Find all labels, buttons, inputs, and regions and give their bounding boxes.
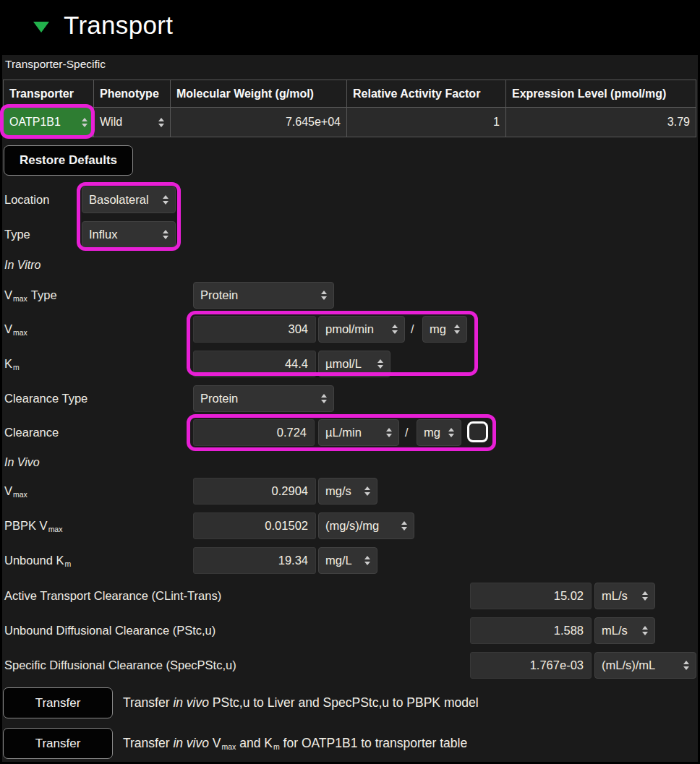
type-select[interactable]: Influx [82, 221, 176, 248]
clearance-checkbox[interactable] [467, 421, 488, 442]
clearance-type-value: Protein [200, 392, 238, 405]
clearance-type-select[interactable]: Protein [193, 385, 334, 412]
vmax-type-label: VmaxType [4, 282, 57, 309]
pstcu-row: Unbound Diffusional Clearance (PStc,u) 1… [0, 617, 700, 644]
phenotype-select[interactable]: Wild [94, 108, 171, 137]
spinner-icon[interactable] [642, 626, 648, 635]
vmax-invivo-unit-select[interactable]: mg/s [318, 478, 377, 505]
col-molecular-weight: Molecular Weight (g/mol) [171, 80, 347, 108]
specpstcu-unit-select[interactable]: (mL/s)/mL [594, 652, 696, 679]
spinner-icon[interactable] [163, 195, 168, 205]
vmax-type-value: Protein [200, 288, 238, 302]
spinner-icon[interactable] [642, 591, 648, 601]
km-input[interactable]: 44.4 [193, 351, 316, 377]
location-row: Location Basolateral [0, 186, 700, 213]
spinner-icon[interactable] [454, 325, 460, 334]
clearance-label: Clearance [4, 419, 59, 446]
transfer-vmax-km-button[interactable]: Transfer [3, 728, 113, 759]
clearance-type-row: Clearance Type Protein [0, 385, 700, 412]
unbound-km-row: Unbound Km 19.34 mg/L [0, 547, 700, 574]
spinner-icon[interactable] [321, 394, 327, 403]
transfer-vmax-km-caption: Transfer in vivo Vmax and Km for OATP1B1… [123, 728, 467, 759]
vmax-unit-numerator-select[interactable]: pmol/min [318, 316, 405, 343]
spinner-icon[interactable] [163, 230, 168, 239]
clint-trans-label: Active Transport Clearance (CLint-Trans) [4, 583, 221, 609]
unbound-km-label: Unbound Km [4, 547, 71, 574]
spinner-icon[interactable] [386, 428, 392, 437]
vmax-invivo-label: Vmax [4, 478, 27, 505]
transport-panel: Transport Transporter-Specific Transport… [0, 0, 700, 764]
restore-defaults-button[interactable]: Restore Defaults [4, 145, 133, 176]
spinner-icon[interactable] [392, 325, 398, 334]
expression-level-cell[interactable]: 3.79 [506, 108, 696, 137]
clearance-unit-denominator-select[interactable]: mg [417, 419, 461, 446]
spinner-icon[interactable] [448, 428, 454, 437]
spinner-icon[interactable] [82, 118, 88, 127]
spinner-icon[interactable] [683, 661, 689, 670]
spinner-icon[interactable] [364, 486, 370, 496]
location-label: Location [4, 186, 49, 213]
unit-divider: / [405, 419, 408, 446]
clint-trans-unit-select[interactable]: mL/s [594, 583, 655, 609]
spinner-icon[interactable] [401, 521, 407, 531]
type-label: Type [4, 221, 30, 248]
spinner-icon[interactable] [377, 359, 383, 369]
spinner-icon[interactable] [158, 118, 164, 127]
pbpk-vmax-unit-select[interactable]: (mg/s)/mg [318, 512, 414, 539]
vmax-input[interactable]: 304 [193, 316, 316, 343]
col-transporter: Transporter [4, 80, 94, 108]
transfer-pstcu-row: Transfer Transfer in vivo PStc,u to Live… [0, 687, 700, 718]
vmax-unit-denominator-select[interactable]: mg [422, 316, 467, 343]
transfer-pstcu-caption: Transfer in vivo PStc,u to Liver and Spe… [123, 687, 479, 718]
pstcu-unit-select[interactable]: mL/s [594, 617, 655, 644]
transporter-specific-label: Transporter-Specific [5, 58, 106, 71]
transfer-pstcu-button[interactable]: Transfer [3, 687, 113, 718]
vmax-invivo-row: Vmax 0.2904 mg/s [0, 478, 700, 505]
pbpk-vmax-row: PBPK Vmax 0.01502 (mg/s)/mg [0, 512, 700, 539]
transporter-table: Transporter Phenotype Molecular Weight (… [3, 80, 696, 137]
section-header: Transport [0, 0, 700, 55]
phenotype-value: Wild [100, 116, 122, 129]
pbpk-vmax-input[interactable]: 0.01502 [193, 512, 316, 539]
clearance-input[interactable]: 0.724 [193, 419, 315, 446]
km-invitro-row: Km 44.4 µmol/L [0, 351, 700, 377]
specpstcu-label: Specific Diffusional Clearance (SpecPStc… [4, 652, 236, 679]
km-label: Km [4, 351, 20, 377]
clearance-row: Clearance 0.724 µL/min / mg [0, 419, 700, 446]
pstcu-label: Unbound Diffusional Clearance (PStc,u) [4, 617, 215, 644]
unit-divider: / [411, 316, 414, 343]
relative-activity-factor-cell[interactable]: 1 [347, 108, 506, 137]
pstcu-input[interactable]: 1.588 [470, 617, 592, 644]
clint-trans-row: Active Transport Clearance (CLint-Trans)… [0, 583, 700, 609]
spinner-icon[interactable] [321, 291, 327, 300]
col-phenotype: Phenotype [94, 80, 171, 108]
specpstcu-input[interactable]: 1.767e-03 [470, 652, 592, 679]
type-row: Type Influx [0, 221, 700, 248]
clearance-unit-numerator-select[interactable]: µL/min [318, 419, 399, 446]
spinner-icon[interactable] [364, 556, 370, 565]
vmax-type-row: VmaxType Protein [0, 282, 700, 309]
location-value: Basolateral [89, 193, 149, 207]
unbound-km-input[interactable]: 19.34 [193, 547, 316, 574]
vmax-invivo-input[interactable]: 0.2904 [193, 478, 316, 505]
molecular-weight-cell[interactable]: 7.645e+04 [171, 108, 347, 137]
page-title: Transport [64, 11, 173, 40]
col-expression-level: Expression Level (pmol/mg) [506, 80, 696, 108]
location-select[interactable]: Basolateral [82, 186, 176, 213]
clint-trans-input[interactable]: 15.02 [470, 583, 592, 609]
km-unit-select[interactable]: µmol/L [318, 351, 390, 377]
table-row: OATP1B1 Wild 7.645e+04 1 3.79 [4, 108, 696, 137]
transporter-value: OATP1B1 [9, 116, 61, 129]
vmax-label: Vmax [4, 316, 27, 343]
collapse-triangle-icon[interactable] [33, 22, 49, 33]
transporter-select[interactable]: OATP1B1 [4, 108, 94, 137]
pbpk-vmax-label: PBPK Vmax [4, 512, 62, 539]
table-header-row: Transporter Phenotype Molecular Weight (… [4, 80, 696, 108]
transfer-vmax-km-row: Transfer Transfer in vivo Vmax and Km fo… [0, 728, 700, 759]
in-vitro-heading: In Vitro [4, 259, 40, 272]
unbound-km-unit-select[interactable]: mg/L [318, 547, 377, 574]
type-value: Influx [89, 228, 117, 241]
col-relative-activity-factor: Relative Activity Factor [347, 80, 506, 108]
vmax-type-select[interactable]: Protein [193, 282, 334, 309]
clearance-type-label: Clearance Type [4, 385, 88, 412]
